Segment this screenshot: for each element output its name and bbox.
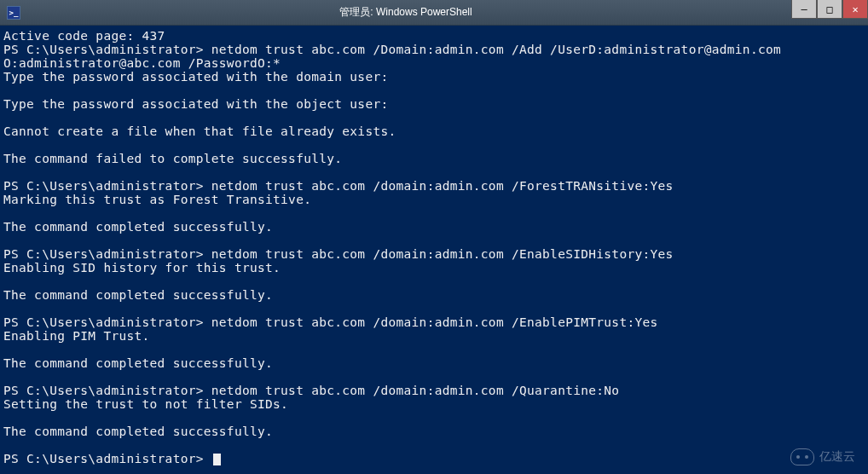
terminal-line: PS C:\Users\administrator> bbox=[3, 452, 211, 465]
powershell-icon: >_ bbox=[7, 6, 20, 20]
terminal-line: Type the password associated with the ob… bbox=[3, 97, 389, 111]
terminal-line: O:administrator@abc.com /PasswordO:* bbox=[3, 56, 281, 70]
terminal-line: The command completed successfully. bbox=[3, 425, 273, 438]
maximize-button[interactable]: □ bbox=[817, 0, 842, 19]
terminal-line: Enabling SID history for this trust. bbox=[3, 261, 281, 275]
terminal-line: Marking this trust as Forest Transitive. bbox=[3, 193, 311, 206]
terminal-line: PS C:\Users\administrator> netdom trust … bbox=[3, 43, 781, 56]
window-controls: — □ ✕ bbox=[791, 0, 868, 25]
minimize-button[interactable]: — bbox=[791, 0, 817, 19]
terminal-line: PS C:\Users\administrator> netdom trust … bbox=[3, 179, 674, 193]
cloud-icon bbox=[790, 448, 814, 465]
watermark-text: 亿速云 bbox=[819, 449, 855, 465]
close-button[interactable]: ✕ bbox=[842, 0, 868, 19]
terminal-line: The command completed successfully. bbox=[3, 356, 273, 370]
terminal-line: PS C:\Users\administrator> netdom trust … bbox=[3, 315, 658, 329]
terminal-line: The command completed successfully. bbox=[3, 288, 273, 302]
terminal-line: The command failed to complete successfu… bbox=[3, 152, 342, 165]
cursor bbox=[213, 454, 221, 465]
terminal-line: PS C:\Users\administrator> netdom trust … bbox=[3, 384, 619, 397]
terminal-line: Setting the trust to not filter SIDs. bbox=[3, 397, 288, 411]
window-title: 管理员: Windows PowerShell bbox=[20, 5, 791, 20]
terminal-line: Enabling PIM Trust. bbox=[3, 329, 150, 343]
terminal-line: Cannot create a file when that file alre… bbox=[3, 124, 396, 138]
terminal-line: PS C:\Users\administrator> netdom trust … bbox=[3, 247, 674, 261]
terminal-line: Active code page: 437 bbox=[3, 29, 165, 43]
terminal-line: The command completed successfully. bbox=[3, 220, 273, 234]
watermark: 亿速云 bbox=[790, 448, 855, 465]
window-titlebar[interactable]: >_ 管理员: Windows PowerShell — □ ✕ bbox=[0, 0, 868, 26]
terminal-line: Type the password associated with the do… bbox=[3, 70, 389, 84]
terminal-content[interactable]: Active code page: 437 PS C:\Users\admini… bbox=[0, 26, 868, 469]
